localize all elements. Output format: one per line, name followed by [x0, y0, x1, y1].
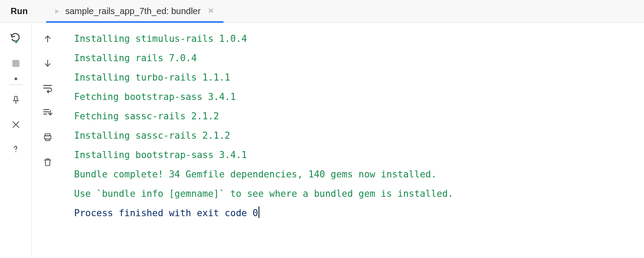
left-action-toolbar — [0, 23, 32, 258]
svg-point-5 — [15, 151, 16, 152]
print-button[interactable] — [40, 129, 56, 145]
console-line: Process finished with exit code 0 — [74, 203, 633, 223]
console-action-toolbar — [32, 23, 64, 258]
console-line: Bundle complete! 34 Gemfile dependencies… — [74, 165, 633, 184]
console-output[interactable]: Installing stimulus-rails 1.0.4Installin… — [64, 23, 644, 258]
tool-window-title: Run — [0, 6, 46, 16]
stop-icon — [12, 60, 19, 67]
soft-wrap-button[interactable] — [40, 80, 56, 96]
overflow-indicator — [15, 77, 17, 80]
clear-all-button[interactable] — [40, 154, 56, 170]
tool-window-body: Installing stimulus-rails 1.0.4Installin… — [0, 23, 644, 258]
text-cursor — [258, 206, 259, 218]
tool-window-header: Run sample_rails_app_7th_ed: bundler — [0, 0, 644, 23]
run-config-tab[interactable]: sample_rails_app_7th_ed: bundler — [46, 0, 224, 22]
scroll-down-button[interactable] — [40, 55, 56, 71]
close-button[interactable] — [8, 117, 24, 133]
console-line: Fetching bootstrap-sass 3.4.1 — [74, 87, 633, 107]
console-line: Installing bootstrap-sass 3.4.1 — [74, 145, 633, 165]
play-icon — [53, 7, 61, 15]
rerun-button[interactable] — [8, 31, 24, 47]
console-line: Installing sassc-rails 2.1.2 — [74, 126, 633, 145]
console-line: Installing stimulus-rails 1.0.4 — [74, 29, 633, 48]
toolbar-divider — [9, 85, 23, 85]
console-line: Installing turbo-rails 1.1.1 — [74, 68, 633, 87]
pin-tab-button[interactable] — [8, 92, 24, 108]
console-line: Fetching sassc-rails 2.1.2 — [74, 107, 633, 126]
console-line: Installing rails 7.0.4 — [74, 48, 633, 68]
stop-button[interactable] — [8, 55, 24, 71]
close-tab-button[interactable] — [205, 7, 217, 16]
console-line: Use `bundle info [gemname]` to see where… — [74, 184, 633, 203]
tab-label: sample_rails_app_7th_ed: bundler — [65, 6, 201, 16]
scroll-to-end-button[interactable] — [40, 105, 56, 121]
active-tab-indicator — [46, 21, 224, 23]
scroll-up-button[interactable] — [40, 31, 56, 47]
help-button[interactable] — [8, 141, 24, 157]
